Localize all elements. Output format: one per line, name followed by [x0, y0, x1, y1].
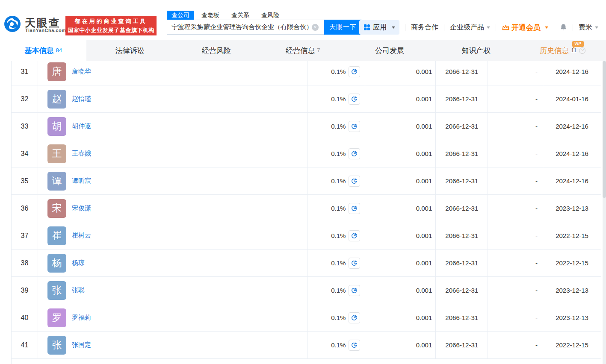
partner-cell: 崔 崔树云 — [38, 222, 307, 249]
bell-icon — [560, 23, 567, 31]
table-row: 31 唐 唐晓华 0.1% 0.001 2066-12-31 - 2024-12… — [12, 61, 601, 85]
share-percent: 0.1% — [331, 123, 346, 130]
empty-value: - — [488, 61, 543, 85]
pie-chart-button[interactable] — [349, 230, 360, 241]
avatar[interactable]: 宋 — [47, 199, 66, 218]
tab-operation-risk[interactable]: 经营风险 — [173, 40, 260, 61]
share-percent: 0.1% — [331, 95, 346, 103]
partner-name-link[interactable]: 张聪 — [72, 286, 85, 294]
partner-cell: 罗 罗福莉 — [38, 304, 307, 331]
page-tabbar: 基本信息84法律诉讼经营风险经营信息7公司发展知识产权历史信息11VIP — [0, 40, 606, 61]
pie-chart-button[interactable] — [349, 285, 360, 296]
partner-name-link[interactable]: 杨琼 — [72, 259, 85, 267]
table-row: 35 谭 谭昕宸 0.1% 0.001 2066-12-31 - 2024-12… — [12, 167, 601, 195]
notifications-button[interactable] — [560, 23, 567, 31]
avatar[interactable]: 张 — [47, 281, 66, 300]
partner-name-link[interactable]: 罗福莉 — [72, 314, 91, 322]
search-tab-boss[interactable]: 查老板 — [197, 11, 224, 20]
partner-name-link[interactable]: 张国定 — [72, 341, 91, 349]
change-date: 2024-12-16 — [543, 61, 601, 85]
avatar[interactable]: 赵 — [47, 90, 66, 109]
tab-count: 7 — [317, 47, 320, 53]
partner-name-link[interactable]: 胡仲遐 — [72, 122, 91, 130]
avatar[interactable]: 谭 — [47, 172, 66, 191]
partner-name-link[interactable]: 谭昕宸 — [72, 177, 91, 185]
search-button[interactable]: 天眼一下 — [324, 20, 362, 35]
tab-basic-info[interactable]: 基本信息84 — [0, 40, 86, 61]
nav-divider — [554, 24, 554, 31]
partner-name-link[interactable]: 赵怡瑾 — [72, 95, 91, 103]
tab-business-info[interactable]: 经营信息7 — [260, 40, 346, 61]
scrollbar-track[interactable] — [603, 61, 606, 364]
pie-chart-icon — [351, 96, 358, 102]
pie-chart-button[interactable] — [349, 203, 360, 214]
avatar[interactable]: 张 — [47, 336, 66, 355]
search-tab-risk[interactable]: 查风险 — [257, 11, 284, 20]
apps-menu-button[interactable]: 应用 — [359, 20, 399, 35]
term-date: 2066-12-31 — [436, 85, 488, 112]
tab-development[interactable]: 公司发展 — [346, 40, 433, 61]
share-percent: 0.1% — [331, 259, 346, 267]
table-row: 34 王 王春娥 0.1% 0.001 2066-12-31 - 2024-12… — [12, 140, 601, 167]
partner-cell: 赵 赵怡瑾 — [38, 85, 307, 112]
term-date: 2066-12-31 — [436, 222, 488, 249]
pie-chart-button[interactable] — [349, 66, 360, 77]
tab-ip[interactable]: 知识产权 — [433, 40, 519, 61]
pie-chart-button[interactable] — [349, 258, 360, 269]
avatar[interactable]: 杨 — [47, 254, 66, 273]
business-cooperation-link[interactable]: 商务合作 — [411, 23, 438, 32]
avatar[interactable]: 王 — [47, 144, 66, 163]
search-input[interactable] — [167, 20, 324, 35]
pie-chart-button[interactable] — [349, 312, 360, 323]
share-percent: 0.1% — [331, 314, 346, 321]
table-row: 36 宋 宋俊潇 0.1% 0.001 2066-12-31 - 2023-12… — [12, 195, 601, 222]
open-vip-button[interactable]: 开通会员 — [502, 23, 548, 32]
pie-chart-icon — [351, 123, 358, 129]
tab-legal[interactable]: 法律诉讼 — [86, 40, 173, 61]
nav-divider — [573, 24, 573, 31]
avatar[interactable]: 唐 — [47, 62, 66, 81]
change-date: 2024-12-16 — [543, 167, 601, 194]
pie-chart-button[interactable] — [349, 148, 360, 159]
help-icon[interactable] — [579, 47, 585, 54]
tab-label: 法律诉讼 — [115, 46, 145, 56]
avatar[interactable]: 崔 — [47, 226, 66, 245]
change-date: 2023-12-13 — [543, 195, 601, 222]
pie-chart-button[interactable] — [349, 94, 360, 105]
partner-name-link[interactable]: 崔树云 — [72, 232, 91, 240]
avatar[interactable]: 胡 — [47, 117, 66, 136]
scrollbar-thumb[interactable] — [603, 61, 606, 198]
vip-label: 开通会员 — [511, 23, 541, 32]
partner-cell: 宋 宋俊潇 — [38, 195, 307, 222]
share-percent: 0.1% — [331, 232, 346, 239]
partner-cell: 谭 谭昕宸 — [38, 167, 307, 194]
enterprise-products-menu[interactable]: 企业级产品 — [450, 23, 490, 32]
clear-search-icon[interactable] — [312, 24, 319, 31]
chevron-down-icon — [545, 26, 548, 29]
pie-chart-button[interactable] — [349, 340, 360, 351]
pie-chart-button[interactable] — [349, 121, 360, 132]
search-tab-relation[interactable]: 查关系 — [227, 11, 254, 20]
term-date: 2066-12-31 — [436, 140, 488, 167]
site-logo[interactable]: 天眼查 TianYanCha.com — [4, 16, 21, 32]
apps-grid-icon — [364, 24, 370, 31]
pie-chart-icon — [351, 314, 358, 321]
partner-name-link[interactable]: 唐晓华 — [72, 68, 91, 76]
change-date: 2024-12-16 — [543, 113, 601, 140]
search-tab-company[interactable]: 查公司 — [167, 11, 194, 20]
share-percent-cell: 0.1% — [307, 195, 366, 222]
term-date: 2066-12-31 — [436, 332, 488, 358]
change-date: 2024-01-16 — [543, 85, 601, 112]
partner-name-link[interactable]: 宋俊潇 — [72, 204, 91, 212]
avatar[interactable]: 罗 — [47, 308, 66, 327]
partner-name-link[interactable]: 王春娥 — [72, 150, 91, 158]
empty-value: - — [488, 250, 543, 276]
pie-chart-button[interactable] — [349, 176, 360, 187]
table-row: 39 张 张聪 0.1% 0.001 2066-12-31 - 2023-12-… — [12, 277, 601, 304]
tab-history[interactable]: 历史信息11VIP — [520, 40, 606, 61]
tianyancha-logo-icon — [4, 16, 21, 32]
row-number: 39 — [12, 277, 38, 304]
share-percent-cell: 0.1% — [307, 61, 366, 85]
user-menu[interactable]: 费米 — [579, 23, 598, 32]
term-date: 2066-12-31 — [436, 167, 488, 194]
